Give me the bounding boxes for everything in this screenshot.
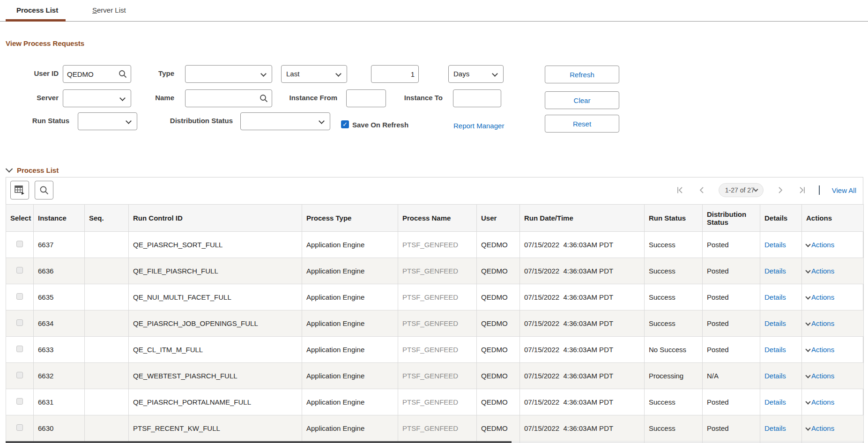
first-page-icon[interactable] (675, 185, 685, 195)
last-count-input[interactable] (371, 65, 419, 83)
refresh-button[interactable]: Refresh (545, 66, 619, 83)
tab-process-list[interactable]: Process List (16, 6, 58, 14)
actions-link[interactable]: Actions (806, 319, 834, 327)
server-select[interactable] (63, 89, 131, 107)
run-datetime-cell (520, 442, 645, 443)
row-select-checkbox[interactable] (16, 241, 23, 247)
grid-action-menu-button[interactable] (10, 181, 29, 199)
col-header-instance: Instance (34, 205, 85, 232)
process-list-section-title: Process List (17, 166, 59, 174)
user-cell: QEDMO (477, 363, 520, 389)
actions-link[interactable]: Actions (806, 372, 834, 380)
table-row: 6631 QE_PIASRCH_PORTALNAME_FULL Applicat… (6, 389, 864, 415)
tab-server-list-label: erver List (97, 6, 126, 14)
run-status-cell: Success (645, 284, 703, 310)
active-tab-underline (6, 19, 66, 22)
tab-server-list[interactable]: Server List (92, 6, 126, 14)
instance-to-label: Instance To (396, 94, 443, 102)
instance-cell: 6632 (34, 363, 85, 389)
instance-to-input[interactable] (453, 89, 501, 107)
view-all-link[interactable]: View All (832, 186, 856, 194)
row-select-checkbox[interactable] (16, 398, 23, 405)
last-select[interactable]: Last (281, 65, 347, 83)
actions-link[interactable]: Actions (806, 398, 834, 406)
report-manager-link[interactable]: Report Manager (453, 122, 504, 130)
row-select-checkbox[interactable] (16, 424, 23, 431)
search-icon[interactable] (259, 94, 268, 103)
instance-cell: 6636 (34, 258, 85, 284)
row-select-checkbox[interactable] (16, 319, 23, 326)
instance-from-input[interactable] (346, 89, 386, 107)
process-type-cell: Application Engine (302, 310, 398, 337)
col-header-select: Select (6, 205, 34, 232)
run-status-select[interactable] (78, 112, 137, 130)
chevron-down-icon (805, 425, 810, 430)
instance-cell: 6633 (34, 337, 85, 363)
run-status-label: Run Status (14, 117, 69, 125)
process-list-table: Select Instance Seq. Run Control ID Proc… (6, 204, 864, 443)
clear-button[interactable]: Clear (545, 91, 619, 109)
search-icon[interactable] (118, 69, 127, 79)
col-header-actions: Actions (802, 205, 864, 232)
run-status-cell: Processing (645, 363, 703, 389)
details-link[interactable]: Details (764, 319, 786, 327)
run-datetime-cell: 07/15/2022 4:36:03AM PDT (520, 337, 645, 363)
instance-from-label: Instance From (276, 94, 337, 102)
grid-pagination: 1-27 of 27 View All (675, 181, 856, 199)
col-header-details: Details (760, 205, 802, 232)
table-row: 6634 QE_PIASRCH_JOB_OPENINGS_FULL Applic… (6, 310, 864, 337)
reset-button[interactable]: Reset (545, 115, 619, 133)
row-select-checkbox[interactable] (16, 346, 23, 352)
process-name-cell: PTSF_GENFEED (398, 337, 477, 363)
actions-link[interactable]: Actions (806, 267, 834, 275)
details-link[interactable]: Details (764, 424, 786, 432)
grid-search-button[interactable] (35, 181, 53, 199)
last-page-icon[interactable] (797, 185, 807, 195)
next-page-icon[interactable] (776, 185, 785, 195)
actions-link[interactable]: Actions (806, 346, 834, 354)
row-select-checkbox[interactable] (16, 372, 23, 378)
table-row: 6630 PTSF_RECENT_KW_FULL Application Eng… (6, 415, 864, 442)
chevron-down-icon (805, 347, 810, 352)
days-select-value: Days (453, 70, 469, 78)
process-name-cell: PTSF_GENFEED (398, 363, 477, 389)
col-header-run-status: Run Status (645, 205, 703, 232)
actions-link[interactable]: Actions (806, 241, 834, 249)
process-name-cell: PTSF_GENFEED (398, 310, 477, 337)
type-select[interactable] (185, 65, 272, 83)
row-select-checkbox[interactable] (16, 293, 23, 300)
run-datetime-cell: 07/15/2022 4:36:03AM PDT (520, 415, 645, 442)
chevron-down-icon (805, 242, 810, 247)
save-on-refresh-checkbox[interactable]: ✓ (341, 120, 349, 128)
name-label: Name (131, 94, 174, 102)
row-select-checkbox[interactable] (16, 267, 23, 273)
table-header-row: Select Instance Seq. Run Control ID Proc… (6, 205, 864, 232)
user-cell: QEDMO (477, 232, 520, 258)
details-link[interactable]: Details (764, 398, 786, 406)
details-link[interactable]: Details (764, 372, 786, 380)
user-id-label: User ID (0, 69, 59, 77)
actions-link[interactable]: Actions (806, 424, 834, 432)
details-link[interactable]: Details (764, 241, 786, 249)
run-control-id-cell: QE_PIASRCH_SORT_FULL (129, 232, 302, 258)
distribution-status-label: Distribution Status (158, 117, 233, 125)
run-control-id-cell: QE_WEBTEST_PIASRCH_FULL (129, 363, 302, 389)
run-datetime-cell: 07/15/2022 4:36:03AM PDT (520, 310, 645, 337)
process-list-grid: 1-27 of 27 View All Select Instance (6, 177, 863, 443)
user-cell: QEDMO (477, 284, 520, 310)
details-link[interactable]: Details (764, 267, 786, 275)
collapse-section-icon[interactable] (6, 165, 13, 173)
previous-page-icon[interactable] (697, 185, 706, 195)
distribution-status-select[interactable] (240, 112, 330, 130)
instance-cell: 6630 (34, 415, 85, 442)
process-type-cell: Application Engine (302, 258, 398, 284)
seq-cell (85, 310, 129, 337)
details-link[interactable]: Details (764, 346, 786, 354)
days-select[interactable]: Days (448, 65, 504, 83)
actions-link[interactable]: Actions (806, 293, 834, 301)
process-list-section-header: Process List (7, 166, 59, 174)
user-cell: QEDMO (477, 389, 520, 415)
page-range-select[interactable]: 1-27 of 27 (719, 183, 764, 197)
details-link[interactable]: Details (764, 293, 786, 301)
distribution-status-cell (703, 442, 760, 443)
